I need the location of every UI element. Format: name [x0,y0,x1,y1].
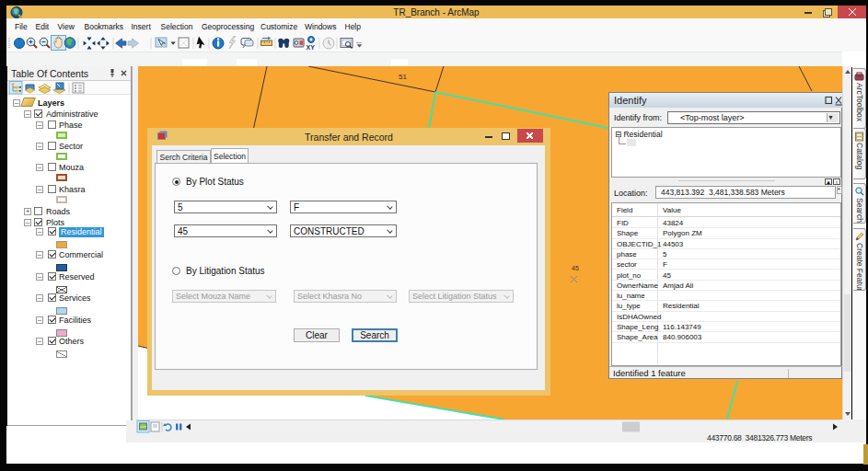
svg-text:51: 51 [399,73,407,81]
svg-text:45: 45 [572,265,579,271]
svg-text:XY: XY [307,44,316,51]
